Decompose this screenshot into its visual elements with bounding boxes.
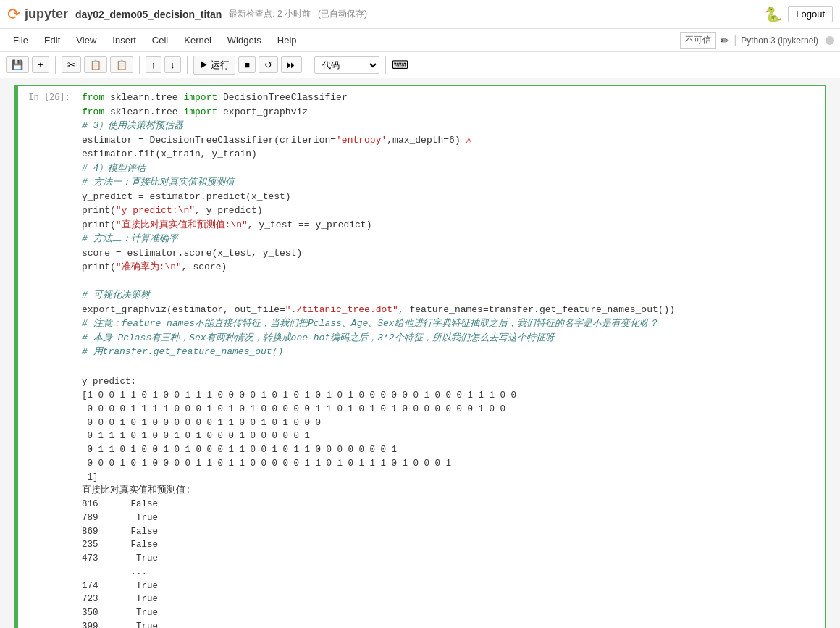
notebook-title[interactable]: day02_demo05_decision_titan <box>75 9 222 20</box>
logout-button[interactable]: Logout <box>788 6 833 22</box>
menu-insert[interactable]: Insert <box>105 32 143 49</box>
kernel-indicator <box>826 36 834 45</box>
stop-button[interactable]: ■ <box>238 56 256 73</box>
kernel-trust-status: 不可信 <box>680 32 716 49</box>
cut-button[interactable]: ✂ <box>62 56 81 73</box>
move-down-button[interactable]: ↓ <box>164 56 181 73</box>
menu-widgets[interactable]: Widgets <box>220 32 269 49</box>
app-name: jupyter <box>25 7 68 22</box>
cell-output: y_predict: [1 0 0 1 1 0 1 0 0 1 1 1 0 0 … <box>82 362 819 629</box>
code-editor[interactable]: from sklearn.tree import DecisionTreeCla… <box>82 91 819 359</box>
menu-bar: File Edit View Insert Cell Kernel Widget… <box>0 29 840 52</box>
move-up-button[interactable]: ↑ <box>146 56 162 73</box>
run-button[interactable]: ▶ 运行 <box>193 56 236 75</box>
cell-prompt: In [26]: <box>18 86 76 628</box>
code-cell: In [26]: from sklearn.tree import Decisi… <box>14 85 826 628</box>
separator4 <box>308 56 308 74</box>
top-navbar: ⟳ jupyter day02_demo05_decision_titan 最新… <box>0 0 840 29</box>
kernel-info: Python 3 (ipykernel) <box>741 35 818 46</box>
save-button[interactable]: 💾 <box>6 56 29 73</box>
separator3 <box>187 56 188 74</box>
cell-inner: In [26]: from sklearn.tree import Decisi… <box>18 86 825 628</box>
separator2 <box>139 56 140 74</box>
edit-icon[interactable]: ✏ <box>721 35 729 46</box>
menu-kernel[interactable]: Kernel <box>177 32 219 49</box>
restart-run-button[interactable]: ⏭ <box>281 56 302 73</box>
checkpoint-label: 最新检查点: 2 小时前 <box>229 8 311 20</box>
jupyter-icon: ⟳ <box>7 5 20 24</box>
cell-code-content[interactable]: from sklearn.tree import DecisionTreeCla… <box>76 86 825 628</box>
autosave-label: (已自动保存) <box>318 8 367 20</box>
keyboard-shortcuts-icon[interactable]: ⌨ <box>392 58 408 72</box>
jupyter-logo: ⟳ jupyter <box>7 5 68 24</box>
python-icon: 🐍 <box>764 6 782 23</box>
separator: | <box>734 34 736 47</box>
add-cell-button[interactable]: + <box>32 56 49 73</box>
toolbar: 💾 + ✂ 📋 📋 ↑ ↓ ▶ 运行 ■ ↺ ⏭ 代码 Markdown Raw… <box>0 52 840 78</box>
separator1 <box>55 56 56 74</box>
menu-help[interactable]: Help <box>270 32 304 49</box>
menu-cell[interactable]: Cell <box>145 32 175 49</box>
separator5 <box>385 56 386 74</box>
menu-edit[interactable]: Edit <box>37 32 67 49</box>
menu-view[interactable]: View <box>69 32 104 49</box>
menu-file[interactable]: File <box>6 32 35 49</box>
restart-button[interactable]: ↺ <box>259 56 278 73</box>
menu-right: 不可信 ✏ | Python 3 (ipykernel) <box>680 32 834 49</box>
copy-button[interactable]: 📋 <box>84 56 107 73</box>
paste-button[interactable]: 📋 <box>110 56 133 73</box>
notebook-content: In [26]: from sklearn.tree import Decisi… <box>0 78 840 628</box>
cell-type-select[interactable]: 代码 Markdown Raw <box>314 56 379 74</box>
navbar-right: 🐍 Logout <box>764 6 833 23</box>
